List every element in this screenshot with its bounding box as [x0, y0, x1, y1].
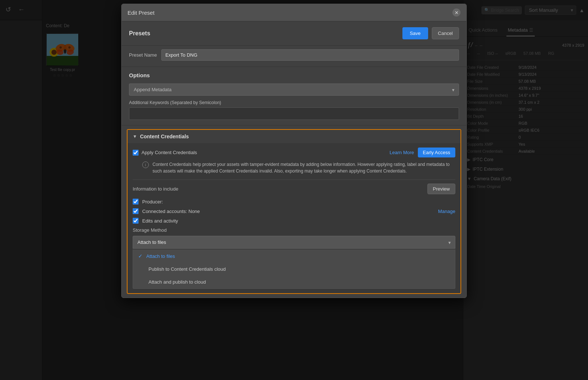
edit-preset-modal: Edit Preset ✕ Presets Save Cancel Preset… [121, 4, 467, 298]
info-to-include-label: Information to include [133, 186, 178, 192]
preset-name-row: Preset Name [122, 46, 466, 67]
storage-option-attach-publish-label: Attach and publish to cloud [148, 279, 206, 285]
preset-name-input[interactable] [161, 49, 459, 61]
modal-title: Edit Preset [128, 10, 154, 16]
cc-apply-left: Apply Content Credentials [133, 150, 387, 156]
connected-accounts-label: Connected accounts: None [142, 209, 200, 214]
storage-option-attach[interactable]: ✓ Attach to files [133, 249, 455, 263]
options-title: Options [129, 72, 459, 78]
connected-accounts-checkbox[interactable] [133, 208, 139, 214]
apply-cc-label: Apply Content Credentials [141, 150, 197, 155]
edits-checkbox[interactable] [133, 218, 139, 224]
save-button[interactable]: Save [402, 27, 428, 39]
producer-label: Producer: [142, 199, 163, 205]
preset-name-label: Preset Name [129, 52, 157, 58]
cancel-button[interactable]: Cancel [432, 27, 459, 39]
cc-apply-row: Apply Content Credentials Learn More Ear… [133, 148, 455, 157]
metadata-dropdown-wrapper: Append Metadata [129, 84, 459, 96]
storage-option-attach-publish[interactable]: Attach and publish to cloud [133, 276, 455, 288]
action-buttons: Save Cancel [402, 27, 459, 39]
early-access-button[interactable]: Early Access [418, 148, 455, 157]
info-to-include-row: Information to include Preview [133, 184, 455, 194]
cc-info-text: Content Credentials help protect your as… [153, 161, 455, 174]
modal-scroll-area[interactable]: Presets Save Cancel Preset Name Options … [122, 21, 466, 298]
storage-option-publish[interactable]: Publish to Content Credentials cloud [133, 263, 455, 276]
apply-cc-checkbox[interactable] [133, 150, 139, 156]
learn-more-link[interactable]: Learn More [390, 150, 414, 155]
storage-dropdown-menu: ✓ Attach to files Publish to Content Cre… [133, 249, 455, 289]
storage-dropdown[interactable]: Attach to files Publish to Content Crede… [133, 236, 455, 249]
preview-button[interactable]: Preview [427, 184, 455, 194]
storage-dropdown-wrapper: Attach to files Publish to Content Crede… [133, 236, 455, 249]
cc-info-row: i Content Credentials help protect your … [133, 161, 455, 174]
presets-bar: Presets Save Cancel [122, 21, 466, 46]
content-credentials-section: ▼ Content Credentials Apply Content Cred… [127, 129, 461, 294]
cc-header: ▼ Content Credentials [128, 130, 460, 143]
info-icon: i [142, 161, 149, 168]
metadata-dropdown[interactable]: Append Metadata [129, 84, 459, 96]
modal-close-button[interactable]: ✕ [452, 8, 460, 17]
edits-label: Edits and activity [142, 218, 178, 224]
cc-apply-right: Learn More Early Access [390, 148, 455, 157]
options-section: Options Append Metadata Additional Keywo… [122, 67, 466, 125]
checkmark-icon: ✓ [138, 253, 143, 259]
manage-link[interactable]: Manage [438, 209, 455, 214]
modal-header: Edit Preset ✕ [122, 4, 466, 21]
producer-checkbox-row: Producer: [133, 199, 455, 205]
modal-overlay: Edit Preset ✕ Presets Save Cancel Preset… [0, 0, 588, 380]
storage-method-label: Storage Method [133, 227, 455, 233]
cc-body: Apply Content Credentials Learn More Ear… [128, 143, 460, 293]
storage-option-publish-label: Publish to Content Credentials cloud [148, 266, 226, 272]
storage-option-attach-label: Attach to files [146, 253, 175, 259]
presets-title: Presets [129, 30, 150, 37]
cc-chevron-icon[interactable]: ▼ [133, 134, 137, 139]
edits-checkbox-row: Edits and activity [133, 218, 455, 224]
keywords-input[interactable] [129, 107, 459, 120]
cc-title: Content Credentials [140, 134, 189, 139]
connected-accounts-checkbox-row: Connected accounts: None Manage [133, 208, 455, 214]
producer-checkbox[interactable] [133, 199, 139, 205]
keywords-label: Additional Keywords (Separated by Semico… [129, 100, 459, 105]
